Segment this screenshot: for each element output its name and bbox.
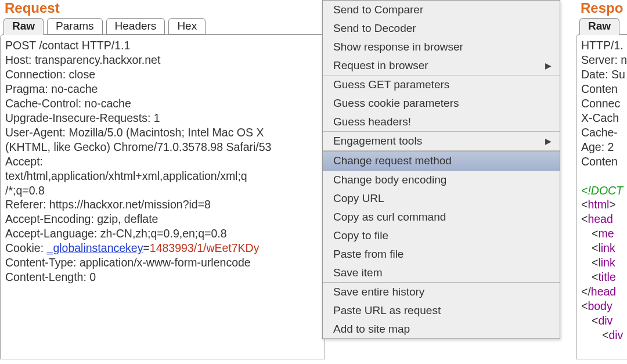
menu-item-paste-from-file[interactable]: Paste from file xyxy=(323,245,560,264)
menu-item-change-body-encoding[interactable]: Change body encoding xyxy=(323,171,560,189)
resp-link1: <link xyxy=(581,241,627,255)
menu-item-engagement-tools[interactable]: Engagement tools▶ xyxy=(323,132,560,150)
menu-item-label: Engagement tools xyxy=(333,135,422,147)
req-cookie-key: _globalinstancekey xyxy=(47,242,143,254)
menu-item-copy-as-curl-command[interactable]: Copy as curl command xyxy=(323,208,560,226)
request-tabs: Raw Params Headers Hex xyxy=(0,17,325,35)
menu-item-send-to-decoder[interactable]: Send to Decoder xyxy=(323,19,560,38)
req-accept1: text/html,application/xhtml+xml,applicat… xyxy=(5,170,247,182)
menu-item-label: Copy URL xyxy=(333,192,384,205)
menu-group: Save entire historyPaste URL as requestA… xyxy=(323,282,560,338)
resp-conn: Connec xyxy=(581,97,620,110)
req-referer: Referer: https://hackxor.net/mission?id=… xyxy=(5,198,211,211)
req-pragma: Pragma: no-cache xyxy=(5,82,98,95)
response-panel: Respo Raw HTTP/1. Server: n Date: Su Con… xyxy=(576,0,627,359)
resp-body-open: <body xyxy=(581,300,612,312)
menu-item-label: Change request method xyxy=(333,154,452,167)
menu-item-label: Copy to file xyxy=(333,229,388,242)
menu-item-guess-cookie-parameters[interactable]: Guess cookie parameters xyxy=(323,94,560,113)
resp-link2: <link xyxy=(581,255,627,270)
req-upgrade: Upgrade-Insecure-Requests: 1 xyxy=(5,111,160,124)
menu-group: Send to ComparerSend to DecoderShow resp… xyxy=(323,1,560,75)
menu-item-label: Send to Decoder xyxy=(333,22,416,35)
resp-div2: <div xyxy=(581,328,627,343)
response-tabs: Raw xyxy=(576,17,627,35)
resp-doctype: <!DOCT xyxy=(581,184,623,197)
request-title: Request xyxy=(0,0,325,17)
menu-item-change-request-method[interactable]: Change request method xyxy=(323,151,560,171)
req-accept2: /*;q=0.8 xyxy=(5,184,45,197)
menu-item-copy-url[interactable]: Copy URL xyxy=(323,189,560,208)
menu-group: Guess GET parametersGuess cookie paramet… xyxy=(323,75,560,131)
menu-group: Engagement tools▶ xyxy=(323,131,560,150)
menu-item-label: Guess headers! xyxy=(333,116,411,128)
resp-date: Date: Su xyxy=(581,68,625,81)
response-title: Respo xyxy=(576,0,627,17)
tab-params[interactable]: Params xyxy=(47,18,102,35)
menu-item-label: Save entire history xyxy=(333,286,424,298)
resp-xcache: X-Cach xyxy=(581,111,619,124)
req-cookie-prefix: Cookie: xyxy=(5,242,47,254)
menu-item-label: Change body encoding xyxy=(333,174,446,186)
menu-item-add-to-site-map[interactable]: Add to site map xyxy=(323,320,560,338)
req-cookie-eq: = xyxy=(143,242,149,254)
req-clen: Content-Length: 0 xyxy=(5,271,96,283)
resp-cache: Cache- xyxy=(581,126,618,139)
tab-raw[interactable]: Raw xyxy=(3,18,44,35)
request-panel: Request Raw Params Headers Hex POST /con… xyxy=(0,0,325,359)
resp-meta: <me xyxy=(581,226,627,241)
req-accept-enc: Accept-Encoding: gzip, deflate xyxy=(5,212,158,225)
resp-server: Server: n xyxy=(581,53,627,66)
req-ua2: (KHTML, like Gecko) Chrome/71.0.3578.98 … xyxy=(5,140,271,153)
resp-head-open: <head xyxy=(581,212,616,225)
menu-item-guess-headers[interactable]: Guess headers! xyxy=(323,113,560,131)
menu-item-label: Guess cookie parameters xyxy=(333,97,459,110)
menu-item-show-response-in-browser[interactable]: Show response in browser xyxy=(323,38,560,56)
req-accept-label: Accept: xyxy=(5,155,43,168)
chevron-right-icon: ▶ xyxy=(545,61,552,70)
req-conn: Connection: close xyxy=(5,68,95,81)
request-raw-editor[interactable]: POST /contact HTTP/1.1 Host: transparenc… xyxy=(0,34,325,359)
menu-item-save-entire-history[interactable]: Save entire history xyxy=(323,283,560,301)
menu-item-label: Request in browser xyxy=(333,59,428,72)
menu-item-save-item[interactable]: Save item xyxy=(323,264,560,282)
resp-head-close: </head xyxy=(581,285,616,298)
req-ctype: Content-Type: application/x-www-form-url… xyxy=(5,256,251,269)
resp-title: <title xyxy=(581,270,627,284)
menu-item-request-in-browser[interactable]: Request in browser▶ xyxy=(323,56,560,75)
menu-item-paste-url-as-request[interactable]: Paste URL as request xyxy=(323,301,560,320)
menu-item-guess-get-parameters[interactable]: Guess GET parameters xyxy=(323,75,560,94)
tab-hex[interactable]: Hex xyxy=(168,18,206,35)
resp-age: Age: 2 xyxy=(581,140,614,153)
menu-item-label: Copy as curl command xyxy=(333,211,446,224)
response-raw-editor[interactable]: HTTP/1. Server: n Date: Su Conten Connec… xyxy=(576,34,627,359)
resp-ctype: Conten xyxy=(581,82,618,95)
menu-group: Change request methodChange body encodin… xyxy=(323,150,560,282)
context-menu: Send to ComparerSend to DecoderShow resp… xyxy=(322,0,560,339)
req-ua1: User-Agent: Mozilla/5.0 (Macintosh; Inte… xyxy=(5,126,264,139)
resp-div1: <div xyxy=(581,313,627,328)
resp-html-open: <html> xyxy=(581,198,616,211)
tab-headers[interactable]: Headers xyxy=(106,18,165,35)
menu-item-label: Show response in browser xyxy=(333,41,463,53)
menu-item-label: Paste URL as request xyxy=(333,304,441,317)
req-host: Host: transparency.hackxor.net xyxy=(5,53,160,66)
resp-ctype2: Conten xyxy=(581,155,618,168)
menu-item-label: Guess GET parameters xyxy=(333,78,449,91)
req-cookie-val: 1483993/1/wEet7KDy xyxy=(150,242,260,254)
tab-raw-response[interactable]: Raw xyxy=(579,18,619,35)
menu-item-label: Send to Comparer xyxy=(333,3,423,16)
menu-item-label: Paste from file xyxy=(333,248,403,261)
menu-item-copy-to-file[interactable]: Copy to file xyxy=(323,226,560,245)
req-accept-lang: Accept-Language: zh-CN,zh;q=0.9,en;q=0.8 xyxy=(5,227,227,240)
req-cache: Cache-Control: no-cache xyxy=(5,97,131,110)
menu-item-label: Save item xyxy=(333,266,382,279)
menu-item-label: Add to site map xyxy=(333,323,410,336)
req-line: POST /contact HTTP/1.1 xyxy=(5,39,130,52)
chevron-right-icon: ▶ xyxy=(545,136,552,146)
resp-status: HTTP/1. xyxy=(581,39,624,52)
menu-item-send-to-comparer[interactable]: Send to Comparer xyxy=(323,1,560,19)
